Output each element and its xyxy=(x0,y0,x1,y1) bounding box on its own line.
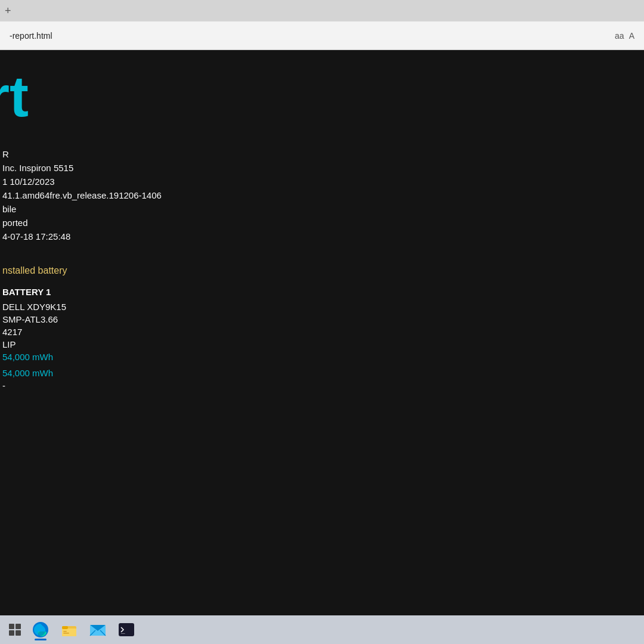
main-content: ort R Inc. Inspiron 5515 1 10/12/2023 41… xyxy=(0,50,644,615)
microsoft-edge-icon xyxy=(32,621,49,639)
terminal-icon: _ xyxy=(117,621,135,639)
battery-chemistry-value: LIP xyxy=(2,339,16,349)
battery-chemistry-row: LIP xyxy=(2,339,642,349)
system-info-section: R Inc. Inspiron 5515 1 10/12/2023 41.1.a… xyxy=(0,149,644,242)
battery-design-capacity-value: 54,000 mWh xyxy=(2,352,53,362)
taskbar-file-explorer-button[interactable] xyxy=(56,618,82,642)
battery-serial-row: 4217 xyxy=(2,327,642,337)
file-explorer-icon xyxy=(60,621,78,639)
address-bar: -report.html аа A xyxy=(0,21,644,50)
report-title: ort xyxy=(0,68,644,125)
os-build-value: 41.1.amd64fre.vb_release.191206-1406 xyxy=(2,190,644,200)
battery-cycle-count-row: - xyxy=(2,380,642,391)
battery-name: BATTERY 1 xyxy=(2,287,642,297)
battery-id-value: DELL XDY9K15 xyxy=(2,302,66,312)
battery-serial-value: 4217 xyxy=(2,327,22,337)
taskbar-edge-button[interactable] xyxy=(27,618,54,642)
taskbar-terminal-button[interactable]: _ xyxy=(113,618,140,642)
manufacturer-value: Inc. Inspiron 5515 xyxy=(2,163,644,173)
platform-role-value: bile xyxy=(2,204,644,214)
titlebar: + xyxy=(0,0,644,21)
battery-id-row: DELL XDY9K15 xyxy=(2,302,642,312)
installed-battery-heading: nstalled battery xyxy=(2,265,644,276)
svg-rect-3 xyxy=(62,626,68,629)
new-tab-button[interactable]: + xyxy=(5,5,11,17)
battery-full-charge-row: 54,000 mWh xyxy=(2,368,642,378)
svg-rect-5 xyxy=(63,633,69,634)
widgets-icon xyxy=(9,624,21,636)
reader-view-button[interactable]: аа xyxy=(615,31,624,41)
extensions-button[interactable]: A xyxy=(629,31,634,41)
taskbar: _ xyxy=(0,615,644,644)
battery-design-capacity-row: 54,000 mWh xyxy=(2,352,642,362)
battery-full-charge-value: 54,000 mWh xyxy=(2,368,53,378)
mail-icon xyxy=(89,621,107,639)
report-time-value: 4-07-18 17:25:48 xyxy=(2,231,644,242)
battery-manufacturer-value: SMP-ATL3.66 xyxy=(2,314,58,324)
battery-manufacturer-row: SMP-ATL3.66 xyxy=(2,314,642,324)
bios-value: 1 10/12/2023 xyxy=(2,177,644,187)
taskbar-widgets-button[interactable] xyxy=(5,620,25,640)
computer-name-value: R xyxy=(2,149,644,159)
svg-rect-2 xyxy=(62,628,76,636)
battery-cycle-count-value: - xyxy=(2,380,5,391)
taskbar-mail-button[interactable] xyxy=(85,618,111,642)
connected-standby-value: ported xyxy=(2,218,644,228)
svg-rect-4 xyxy=(63,631,67,632)
url-display[interactable]: -report.html xyxy=(10,31,610,41)
battery-section: BATTERY 1 DELL XDY9K15 SMP-ATL3.66 4217 … xyxy=(0,287,644,391)
edge-active-indicator xyxy=(35,639,47,640)
